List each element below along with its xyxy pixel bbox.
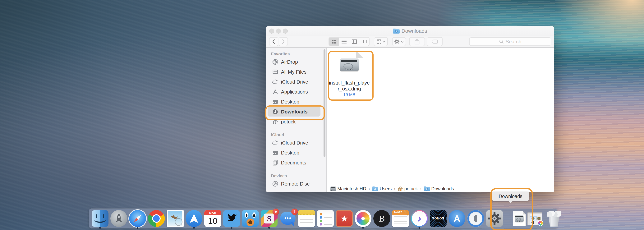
coverflow-view-icon bbox=[362, 40, 367, 44]
sidebar-section-favorites: Favorites bbox=[266, 51, 326, 57]
dock-sonos-icon[interactable]: SONOS bbox=[430, 210, 446, 227]
dock-tweetbot-icon[interactable] bbox=[242, 210, 259, 227]
sidebar: Favorites AirDrop All My Files iCloud Dr… bbox=[266, 48, 326, 192]
forward-button[interactable] bbox=[279, 37, 288, 46]
dock-itunes-icon[interactable]: ♪ bbox=[411, 210, 428, 227]
dock-photos-icon[interactable] bbox=[354, 210, 372, 227]
sidebar-item-applications[interactable]: Applications bbox=[266, 87, 326, 97]
wallpaper-sun-glow bbox=[544, 0, 644, 58]
tag-icon bbox=[432, 40, 438, 44]
applications-icon bbox=[272, 89, 278, 95]
dock-safari-icon[interactable] bbox=[129, 210, 146, 227]
dock-calendar-icon[interactable]: MAR 10 bbox=[204, 210, 221, 227]
sidebar-item-all-my-files[interactable]: All My Files bbox=[266, 67, 326, 77]
path-item-potuck[interactable]: potuck bbox=[398, 186, 418, 192]
dock-system-preferences-icon[interactable] bbox=[486, 210, 503, 227]
search-field[interactable]: Search bbox=[469, 38, 551, 46]
list-view-button[interactable] bbox=[339, 38, 349, 46]
airdrop-icon bbox=[272, 59, 278, 65]
downloads-folder-icon bbox=[424, 186, 430, 191]
tags-button[interactable] bbox=[427, 37, 442, 46]
dock: MAR 10 S ••• 1 bbox=[89, 208, 557, 228]
photos-flower-icon bbox=[538, 221, 543, 226]
coverflow-view-button[interactable] bbox=[360, 38, 369, 46]
chevron-right-icon bbox=[282, 39, 285, 44]
file-name: install_flash_playe r_osx.dmg bbox=[329, 80, 370, 92]
minimized-window-thumbnail bbox=[527, 212, 542, 225]
dock-spark-icon[interactable] bbox=[186, 210, 202, 227]
chevron-down-icon bbox=[401, 41, 404, 42]
action-button[interactable] bbox=[392, 37, 406, 46]
dock-notes-icon[interactable] bbox=[298, 210, 315, 227]
grid-view-icon bbox=[332, 39, 336, 44]
dock-b-app-icon[interactable]: B bbox=[373, 210, 390, 227]
slack-notification-badge bbox=[272, 208, 279, 215]
arrange-button[interactable] bbox=[374, 37, 388, 46]
path-item-downloads[interactable]: Downloads bbox=[424, 186, 454, 192]
sidebar-item-potuck[interactable]: potuck bbox=[266, 117, 326, 127]
dock-slack-icon[interactable]: S bbox=[261, 210, 278, 227]
chevron-down-icon bbox=[382, 41, 385, 42]
file-size: 19 MB bbox=[343, 92, 356, 97]
share-icon bbox=[414, 39, 420, 44]
dock-reminders-icon[interactable] bbox=[317, 210, 334, 227]
file-install-flash-player[interactable]: install_flash_playe r_osx.dmg 19 MB bbox=[328, 51, 371, 99]
gear-icon bbox=[394, 39, 400, 44]
sidebar-item-desktop-2[interactable]: Desktop bbox=[266, 148, 326, 158]
dock-chrome-icon[interactable] bbox=[148, 210, 165, 227]
photos-flower-icon bbox=[356, 212, 370, 225]
dock-trash-icon[interactable] bbox=[546, 210, 562, 227]
twitter-bird-icon bbox=[226, 214, 237, 223]
all-my-files-icon bbox=[272, 69, 278, 75]
path-separator: › bbox=[394, 186, 396, 192]
messages-dots: ••• bbox=[284, 215, 292, 222]
downloads-folder-proxy-icon[interactable] bbox=[393, 28, 400, 34]
window-title: Downloads bbox=[402, 28, 427, 34]
trash-full-icon bbox=[548, 212, 560, 226]
sidebar-item-icloud-drive-2[interactable]: iCloud Drive bbox=[266, 138, 326, 148]
file-browser-area[interactable]: install_flash_playe r_osx.dmg 19 MB Maci… bbox=[326, 48, 554, 192]
path-bar: Macintosh HD › Users › potuck › bbox=[326, 185, 554, 192]
dock-mail-icon[interactable] bbox=[167, 210, 184, 227]
b-app-letter: B bbox=[379, 214, 385, 224]
dock-app-store-icon[interactable]: A bbox=[448, 210, 465, 227]
sidebar-scrollbar[interactable] bbox=[324, 49, 326, 157]
dock-1password-icon[interactable] bbox=[467, 210, 484, 227]
sidebar-item-desktop[interactable]: Desktop bbox=[266, 97, 326, 107]
cloud-icon bbox=[272, 79, 278, 85]
keyhole-icon bbox=[474, 215, 477, 222]
dock-launchpad-icon[interactable] bbox=[110, 210, 127, 227]
icon-view-button[interactable] bbox=[329, 38, 339, 46]
cloud-icon bbox=[272, 140, 278, 146]
dock-twitter-icon[interactable] bbox=[223, 210, 240, 227]
documents-icon bbox=[272, 160, 278, 166]
sidebar-section-icloud: iCloud bbox=[266, 132, 326, 138]
remote-disc-icon bbox=[272, 181, 278, 187]
dmg-file-icon bbox=[513, 211, 526, 226]
sidebar-item-icloud-drive[interactable]: iCloud Drive bbox=[266, 77, 326, 87]
titlebar[interactable]: Downloads bbox=[266, 26, 554, 36]
itunes-note-icon: ♪ bbox=[417, 213, 422, 224]
app-store-letter: A bbox=[454, 213, 460, 224]
dock-downloads-stack-icon[interactable] bbox=[511, 210, 525, 227]
dock-pages-icon[interactable]: PAGES bbox=[392, 210, 409, 227]
back-button[interactable] bbox=[269, 37, 278, 46]
sidebar-item-airdrop[interactable]: AirDrop bbox=[266, 57, 326, 67]
calendar-day: 10 bbox=[204, 215, 221, 227]
path-item-users[interactable]: Users bbox=[372, 186, 392, 192]
dock-wunderlist-icon[interactable]: ★ bbox=[336, 210, 353, 227]
share-button[interactable] bbox=[409, 37, 425, 46]
path-separator: › bbox=[420, 186, 422, 192]
path-item-macintosh-hd[interactable]: Macintosh HD bbox=[330, 186, 366, 192]
downloads-icon bbox=[272, 109, 278, 115]
dock-minimized-photos-window[interactable] bbox=[527, 210, 544, 227]
sidebar-item-remote-disc[interactable]: Remote Disc bbox=[266, 179, 326, 189]
sidebar-item-documents[interactable]: Documents bbox=[266, 158, 326, 168]
dock-messages-icon[interactable]: ••• 1 bbox=[280, 210, 296, 227]
wunderlist-star: ★ bbox=[340, 213, 348, 224]
toolbar: Search bbox=[266, 36, 554, 48]
sidebar-item-downloads[interactable]: Downloads bbox=[266, 107, 326, 117]
column-view-button[interactable] bbox=[349, 38, 360, 46]
dock-finder-icon[interactable] bbox=[92, 210, 108, 227]
chevron-left-icon bbox=[272, 39, 275, 44]
